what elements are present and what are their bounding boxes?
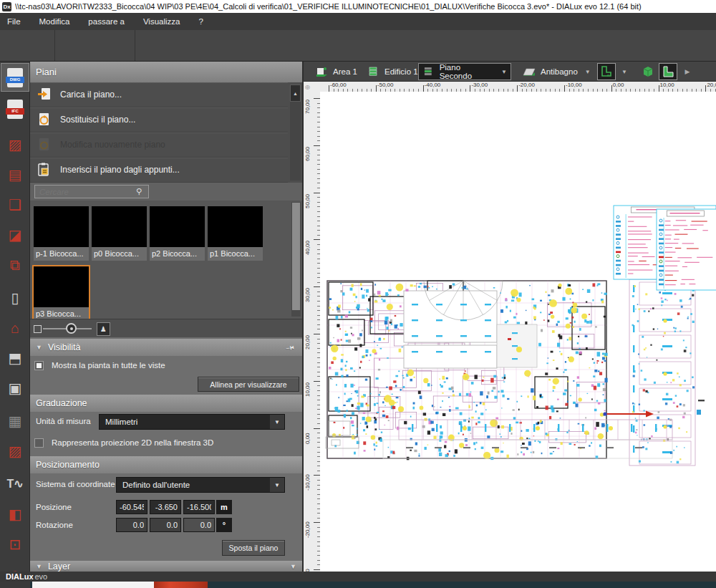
sidebar-item-window[interactable]: ⧉ [1,251,29,279]
menu-modifica[interactable]: Modifica [39,17,70,26]
sidebar-item-material[interactable]: ▨ [1,437,29,466]
position-x-input[interactable] [116,500,147,514]
sidebar-item-section[interactable]: ◧ [1,500,29,529]
action-paste-plan[interactable]: Inserisci il piano dagli appunti... [30,158,288,183]
slider-knob[interactable] [66,323,77,334]
action-list-scrollbar[interactable]: ▲ [290,85,301,180]
app-icon: Dx [2,2,11,11]
projection-2d-label: Rappresenta proiezione 2D nella finestra… [52,438,213,447]
coord-system-label: Sistema di coordinate [36,480,115,488]
action-load-plan[interactable]: Carica il piano... [30,82,288,107]
rotation-y-input[interactable] [150,518,181,532]
building-icon: ▤ [9,168,22,182]
sidebar-item-ifc-import[interactable]: IFC [1,95,29,123]
view-mode-dropdown[interactable]: ▼ [617,63,629,80]
sidebar-item-furniture[interactable]: ▦ [1,407,29,435]
show-plan-checkbox[interactable] [34,361,44,370]
area-icon [316,66,329,77]
section-visibility[interactable]: ▼ Visibilità 📌︎ [30,339,302,356]
taskbar-window-preview[interactable] [32,582,154,588]
sidebar-item-text-annotation[interactable]: T∿ [1,470,29,498]
coord-system-value: Definito dall'utente [122,481,190,489]
position-z-input[interactable] [183,500,215,514]
thumbnail-image [92,206,147,247]
next-view-button[interactable]: ▶ [682,63,693,80]
pin-icon[interactable]: 📌︎ [284,340,297,355]
paste-plan-icon [37,163,52,177]
align-to-view-button[interactable]: Allinea per visualizzare [198,377,299,392]
thumbnail-scrollbar[interactable] [291,202,301,317]
site-icon: ▨ [9,138,22,152]
breadcrumb-area[interactable]: Area 1 [312,63,361,80]
sidebar-item-building[interactable]: ▤ [1,160,29,189]
action-label: Carica il piano... [60,90,122,100]
sidebar-item-ceiling[interactable]: ⬒ [1,344,29,372]
unit-value: Millimetri [105,418,137,426]
rotation-x-input[interactable] [116,518,147,532]
sidebar-item-door[interactable]: ◪ [1,221,29,249]
scroll-up-button[interactable]: ▲ [290,85,301,102]
origin-arrow [603,411,654,418]
app-window: Dx \\tc-nas03\LAVORI\TW2333_Bicocca\04 W… [0,0,716,588]
chevron-down-icon: ▼ [585,69,591,75]
projection-2d-checkbox[interactable] [34,438,44,448]
rotation-z-input[interactable] [183,518,215,532]
main-toolbar: ← → ↶ ↷ Progetto Costruzione Luce Oggett… [0,30,716,62]
search-input[interactable] [34,185,149,198]
move-plan-button[interactable]: Sposta il piano [222,540,285,556]
material-icon: ▨ [9,444,22,458]
action-replace-plan[interactable]: Sostituisci il piano... [30,107,288,132]
menu-visualizza[interactable]: Visualizza [143,17,180,26]
view-3d-button[interactable] [639,63,657,80]
thumbnail-p-1[interactable]: p-1 Bicocca... [34,206,89,261]
ifc-file-icon: IFC [7,100,23,119]
sidebar-item-roof[interactable]: ⌂ [1,314,29,342]
action-edit-plan[interactable]: Modifica nuovamente piano [30,132,288,158]
scrollbar-thumb[interactable] [292,203,300,310]
section-layer[interactable]: ▼ Layer ▼ [30,561,302,572]
sidebar-item-dwg-import[interactable]: DWG [1,63,29,92]
menu-help[interactable]: ? [198,17,203,26]
furniture-icon: ▦ [9,414,22,428]
sidebar-item-site[interactable]: ▨ [1,130,29,159]
breadcrumb-room-dropdown[interactable]: Antibagno ▼ [518,63,594,80]
triangle-up-icon: ▲ [293,91,298,96]
view-2d-button[interactable] [659,63,677,80]
menu-file[interactable]: File [7,17,21,26]
focus-frame-icon: ⊡ [9,537,21,551]
ceiling-object-icon: ▣ [9,381,22,395]
thumbnail-p2[interactable]: p2 Bicocca... [150,206,205,261]
position-y-input[interactable] [150,500,181,514]
breadcrumb-label: Piano Secondo [440,63,494,80]
sidebar-item-ceiling-object[interactable]: ▣ [1,374,29,403]
unit-dropdown[interactable]: Millimetri ▼ [99,414,285,430]
section-title: Visibilità [48,342,81,352]
thumbnail-p1[interactable]: p1 Bicocca... [208,206,263,261]
toolbar-separator [135,30,135,61]
edit-plan-icon [37,138,52,152]
legend-table-2 [657,209,716,290]
taskbar-corner [0,582,30,588]
floor-plan[interactable] [320,92,716,572]
section-cut-icon: ◧ [9,507,22,521]
breadcrumb-storey-dropdown[interactable]: Piano Secondo ▼ [418,63,511,80]
sidebar-item-column[interactable]: ▯ [1,284,29,312]
thumbnail-p3-selected[interactable]: p3 Bicocca... [34,266,89,321]
floor-plan-svg [320,92,716,572]
action-label: Modifica nuovamente piano [60,140,165,150]
breadcrumb-building[interactable]: Edificio 1 [364,63,422,80]
thumbnail-image [208,206,263,247]
coord-system-dropdown[interactable]: Definito dall'utente ▼ [116,477,285,493]
sidebar-item-focus[interactable]: ⊡ [1,530,29,559]
view-toolbar: Area 1 Edificio 1 Piano Secondo ▼ Antiba… [304,62,716,82]
tool-sidebar: DWG IFC ▨ ▤ ❑ ◪ ⧉ ▯ ⌂ ⬒ ▣ ▦ ▨ T∿ ◧ ⊡ ⎉ [0,62,30,572]
sidebar-item-storey[interactable]: ❑ [1,191,29,219]
plan-view-mode-button[interactable]: n [597,63,616,80]
svg-text:n: n [607,73,609,77]
taskbar [0,582,716,588]
text-annotation-icon: T∿ [6,478,23,490]
position-unit: m [216,500,232,514]
taskbar-app-icon[interactable] [154,582,208,588]
menu-passare-a[interactable]: passare a [88,17,125,26]
thumbnail-p0[interactable]: p0 Bicocca... [92,206,147,261]
